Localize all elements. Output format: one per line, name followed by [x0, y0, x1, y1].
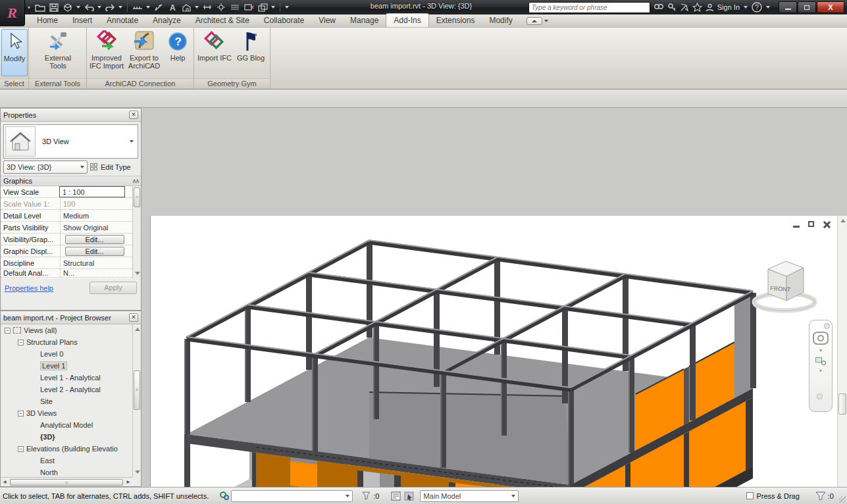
- tree-item-views-all[interactable]: −Views (all): [1, 324, 141, 336]
- tree-item-3d-views[interactable]: −3D Views: [1, 407, 141, 419]
- prop-row-discipline[interactable]: Discipline Structural: [1, 257, 132, 269]
- application-menu-button[interactable]: R: [0, 0, 25, 26]
- tree-item-level-1[interactable]: Level 1: [1, 360, 141, 372]
- undo-caret-icon[interactable]: [97, 6, 101, 9]
- properties-close-icon[interactable]: ✕: [129, 111, 138, 119]
- ribbon-minimize-caret-icon[interactable]: [544, 20, 548, 22]
- close-button[interactable]: X: [817, 1, 844, 13]
- tab-analyze[interactable]: Analyze: [145, 14, 188, 27]
- prop-row-graphic-display[interactable]: Graphic Displ... Edit...: [1, 245, 132, 257]
- favorites-star-icon[interactable]: [692, 3, 702, 12]
- tree-item-level-1-analytical[interactable]: Level 1 - Analytical: [1, 372, 141, 384]
- transfer-caret-icon[interactable]: [76, 6, 80, 9]
- measure-caret-icon[interactable]: [146, 6, 150, 9]
- browser-scroll-up-icon[interactable]: [135, 328, 140, 331]
- worksets-icon[interactable]: [218, 490, 231, 502]
- graphic-display-edit-button[interactable]: Edit...: [65, 247, 124, 256]
- gg-blog-button[interactable]: GG Blog: [234, 29, 267, 76]
- viewcube[interactable]: FRONT: [748, 252, 821, 315]
- browser-scroll-left-icon[interactable]: ◄: [1, 479, 9, 485]
- tab-insert[interactable]: Insert: [65, 14, 99, 27]
- properties-scroll-down-icon[interactable]: [135, 272, 140, 275]
- aligned-dimension-icon[interactable]: [153, 2, 165, 13]
- tree-item-3d[interactable]: {3D}: [1, 431, 141, 443]
- tree-item-analytical-model[interactable]: Analytical Model: [1, 419, 141, 431]
- archicad-help-button[interactable]: ? Help: [164, 29, 192, 76]
- navbar-caret2-icon[interactable]: ▾: [819, 368, 822, 374]
- export-to-archicad-button[interactable]: Export to ArchiCAD: [126, 29, 163, 76]
- tab-add-ins[interactable]: Add-Ins: [386, 13, 428, 27]
- browser-scroll-down-icon[interactable]: [135, 470, 140, 474]
- press-drag-checkbox[interactable]: [746, 492, 754, 499]
- default-3d-view-caret-icon[interactable]: [195, 6, 199, 9]
- type-selector[interactable]: 3D View: [3, 124, 138, 159]
- improved-ifc-import-button[interactable]: Improved IFC Import: [89, 29, 124, 76]
- close-hidden-windows-icon[interactable]: [243, 2, 255, 13]
- collapse-box-icon[interactable]: −: [5, 328, 11, 334]
- navbar-caret-icon[interactable]: ▾: [819, 347, 822, 353]
- modify-button[interactable]: Modify: [1, 29, 28, 76]
- ribbon-minimize-button[interactable]: [526, 17, 542, 25]
- transfer-icon[interactable]: [62, 2, 74, 13]
- sign-in-label[interactable]: Sign In: [717, 3, 740, 11]
- properties-title-bar[interactable]: Properties ✕: [1, 109, 141, 122]
- browser-scrollbar[interactable]: ≡: [132, 324, 141, 477]
- navbar-close-icon[interactable]: [824, 323, 830, 329]
- subscription-center-icon[interactable]: [667, 3, 677, 12]
- type-selector-caret-icon[interactable]: [130, 140, 134, 143]
- select-elements-icon[interactable]: [403, 490, 416, 502]
- view-restore-icon[interactable]: [808, 221, 816, 228]
- properties-scrollbar-thumb[interactable]: ≡: [134, 188, 140, 207]
- worksets-dropdown[interactable]: [231, 490, 353, 502]
- tab-view[interactable]: View: [311, 14, 343, 27]
- default-3d-view-icon[interactable]: [180, 2, 192, 13]
- view-minimize-icon[interactable]: [792, 221, 801, 228]
- communication-center-icon[interactable]: [680, 3, 689, 12]
- browser-scroll-right-icon[interactable]: ►: [124, 479, 132, 485]
- graphics-section-header[interactable]: Graphics ∧∧: [1, 176, 141, 186]
- filter-icon[interactable]: [359, 490, 372, 502]
- project-browser-title-bar[interactable]: beam import.rvt - Project Browser ✕: [1, 311, 141, 324]
- undo-icon[interactable]: [83, 2, 95, 13]
- panel-label-archicad-connection[interactable]: ArchiCAD Connection: [87, 78, 193, 89]
- browser-scrollbar-thumb[interactable]: ≡: [134, 370, 140, 410]
- editable-only-icon[interactable]: [390, 490, 403, 502]
- tree-item-level-0[interactable]: Level 0: [1, 348, 141, 360]
- canvas-vscrollbar-thumb[interactable]: [838, 393, 846, 415]
- tab-modify[interactable]: Modify: [482, 14, 519, 27]
- instance-selector-combo[interactable]: 3D View: {3D}: [3, 161, 88, 174]
- measure-icon[interactable]: [132, 2, 143, 13]
- properties-help-link[interactable]: Properties help: [5, 284, 53, 292]
- tree-item-level-2-analytical[interactable]: Level 2 - Analytical: [1, 384, 141, 395]
- selection-filter-icon[interactable]: [814, 490, 827, 502]
- prop-row-view-scale[interactable]: View Scale 1 : 100: [1, 186, 132, 198]
- navbar-bottom-icon[interactable]: [817, 393, 823, 399]
- tree-item-structural-plans[interactable]: −Structural Plans: [1, 336, 141, 348]
- text-icon[interactable]: A: [167, 2, 178, 13]
- tree-item-elevations[interactable]: −Elevations (Building Elevatio: [1, 443, 141, 455]
- external-tools-button[interactable]: External Tools: [41, 29, 75, 76]
- steering-wheel-icon[interactable]: [813, 332, 829, 345]
- prop-row-scale-value[interactable]: Scale Value 1: 100: [1, 198, 132, 210]
- switch-windows-caret-icon[interactable]: [271, 6, 275, 9]
- sun-study-icon[interactable]: [215, 2, 227, 13]
- restore-button[interactable]: [798, 1, 816, 13]
- search-icon[interactable]: [654, 3, 664, 12]
- redo-caret-icon[interactable]: [118, 6, 122, 9]
- prop-row-visibility-graphics[interactable]: Visibility/Grap... Edit...: [1, 234, 132, 245]
- collapse-box-icon[interactable]: −: [18, 446, 24, 452]
- prop-row-detail-level[interactable]: Detail Level Medium: [1, 210, 132, 222]
- application-menu-caret-icon[interactable]: ▾: [28, 5, 30, 11]
- tab-annotate[interactable]: Annotate: [99, 14, 145, 27]
- tree-item-north[interactable]: North: [1, 466, 141, 477]
- section-icon[interactable]: [201, 2, 213, 13]
- tab-manage[interactable]: Manage: [343, 14, 386, 27]
- resize-grip[interactable]: [839, 496, 846, 503]
- customize-qat-caret-icon[interactable]: [285, 6, 289, 9]
- tree-item-east[interactable]: East: [1, 455, 141, 466]
- zoom-tool-icon[interactable]: [815, 356, 826, 365]
- project-browser-close-icon[interactable]: ✕: [129, 313, 138, 322]
- collapse-box-icon[interactable]: −: [18, 411, 24, 416]
- drawing-area[interactable]: FRONT ▾ ▾ 1 : 100: [150, 216, 847, 504]
- panel-label-select[interactable]: Select: [0, 78, 28, 89]
